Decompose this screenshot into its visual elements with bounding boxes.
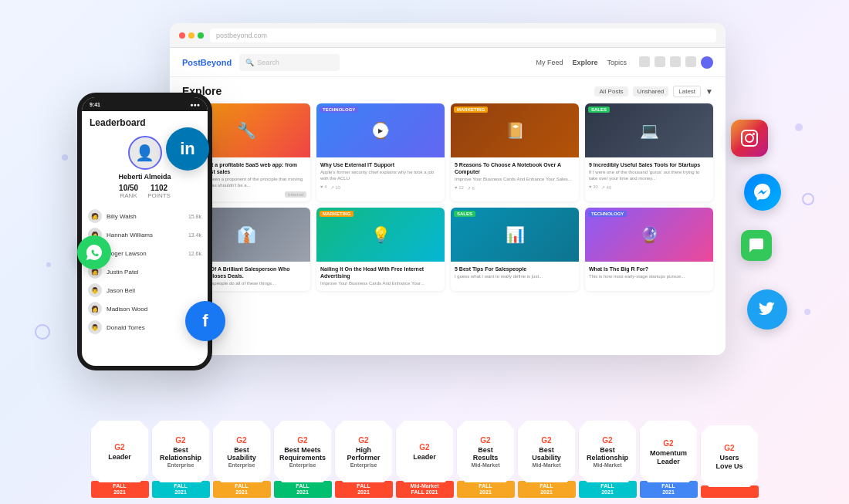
post-card-6[interactable]: 💡 MARKETING Nailing It On the Head With …	[316, 208, 445, 291]
nav-topics[interactable]: Topics	[607, 59, 627, 66]
badge-g2-3: G2	[236, 436, 246, 445]
lb-score-1: 15.8k	[188, 214, 201, 219]
filter-unshared[interactable]: Unshared	[633, 86, 669, 96]
ring-decor-2	[802, 193, 814, 205]
explore-filters: All Posts Unshared Latest ▼	[594, 86, 713, 97]
badge-bar-4: FALL2021	[274, 481, 332, 498]
badge-sub-4: Enterprise	[289, 462, 316, 468]
decor-dot-4	[804, 309, 810, 315]
linkedin-icon[interactable]: in	[166, 127, 209, 171]
badge-bar-5: FALL2021	[335, 481, 393, 498]
svg-point-1	[746, 134, 753, 142]
badge-bottom-7: FALL2021	[479, 483, 492, 496]
badge-shape-2: G2 BestRelationship Enterprise	[152, 421, 210, 482]
decor-dot-3	[795, 123, 803, 131]
lb-name-1: Billy Walsh	[107, 213, 184, 220]
app-logo: PostBeyond	[182, 58, 232, 67]
nav-explore[interactable]: Explore	[572, 59, 597, 66]
post-card-2[interactable]: ⌚ TECHNOLOGY ▶ Why Use External IT Suppo…	[316, 103, 445, 201]
badge-g2-2: G2	[175, 436, 185, 445]
post-card-3[interactable]: 📔 MARKETING 5 Reasons To Choose A Notebo…	[451, 103, 579, 201]
badge-sub-7: Mid-Market	[472, 462, 500, 468]
nav-icon-1	[639, 56, 650, 67]
phone-status: ●●●	[190, 102, 200, 107]
app-header: PostBeyond 🔍 Search My Feed Explore Topi…	[170, 48, 726, 77]
filter-all-posts[interactable]: All Posts	[594, 86, 627, 96]
post-card-4[interactable]: 💻 SALES 9 Incredibly Useful Sales Tools …	[585, 103, 713, 201]
user-avatar: 👤	[128, 136, 162, 170]
post-title-8: What Is The Big R For?	[589, 266, 709, 272]
lb-score-3: 12.6k	[188, 251, 201, 256]
badge-high-performer: G2 HighPerformer Enterprise FALL2021	[335, 421, 393, 498]
badge-shape-8: G2 BestUsability Mid-Market	[518, 421, 576, 482]
posts-grid: 🔧 SALES How I built a profitable SaaS we…	[182, 103, 713, 291]
badge-sub-2: Enterprise	[167, 462, 194, 468]
post-card-8[interactable]: 🔮 TECHNOLOGY What Is The Big R For? This…	[585, 208, 713, 291]
post-desc-3: Improve Your Business Cards And Enhance …	[455, 177, 575, 183]
messages-icon[interactable]	[741, 230, 772, 261]
whatsapp-icon[interactable]	[77, 235, 111, 269]
instagram-icon[interactable]	[731, 120, 768, 157]
badge-main-1: Leader	[108, 453, 131, 462]
badge-bar-6: Mid-MarketFALL 2021	[396, 481, 454, 498]
badges-section: G2 Leader FALL2021 G2 BestRelationship E…	[0, 421, 849, 504]
badge-main-5: HighPerformer	[347, 446, 380, 463]
badge-leader-midmarket: G2 Leader Mid-MarketFALL 2021	[396, 421, 454, 498]
badge-g2-6: G2	[419, 443, 429, 452]
post-desc-6: Improve Your Business Cards And Enhance …	[320, 281, 441, 287]
browser-mockup: postbeyond.com PostBeyond 🔍 Search My Fe…	[170, 23, 726, 355]
filter-latest[interactable]: Latest	[673, 86, 701, 97]
nav-icon-2	[655, 56, 665, 67]
badge-bar-1: FALL2021	[91, 481, 149, 498]
post-title-7: 5 Best Tips For Salespeople	[455, 266, 575, 272]
search-icon: 🔍	[245, 59, 254, 66]
svg-rect-0	[742, 130, 757, 146]
linkedin-label: in	[180, 139, 195, 159]
lb-item-1: 🧑 Billy Walsh 15.8k	[88, 207, 201, 225]
badge-bar-3: FALL2021	[213, 481, 271, 498]
post-card-7[interactable]: 📊 SALES 5 Best Tips For Salespeople I gu…	[451, 208, 579, 291]
user-rank-value: 10/50	[119, 184, 138, 192]
badge-shape-7: G2 BestResults Mid-Market	[457, 421, 515, 482]
dot-yellow	[188, 32, 194, 39]
filter-dropdown-icon[interactable]: ▼	[705, 87, 713, 96]
post-likes-2: ♥ 4	[320, 184, 327, 189]
badge-sub-8: Mid-Market	[533, 462, 561, 468]
messenger-icon[interactable]	[744, 174, 781, 211]
badge-g2-7: G2	[480, 436, 490, 445]
badge-shape-6: G2 Leader	[396, 421, 454, 482]
play-button-2[interactable]: ▶	[373, 123, 388, 138]
badge-bottom-6: Mid-MarketFALL 2021	[411, 483, 439, 496]
post-shares-2: ↗ 10	[330, 184, 340, 190]
badge-best-results: G2 BestResults Mid-Market FALL2021	[457, 421, 515, 498]
badge-shape-9: G2 BestRelationship Mid-Market	[579, 421, 637, 482]
nav-avatar[interactable]	[701, 56, 713, 69]
ring-decor-1	[35, 324, 50, 340]
twitter-icon[interactable]	[747, 289, 787, 330]
app-nav: My Feed Explore Topics	[536, 56, 713, 69]
facebook-icon[interactable]: f	[185, 301, 225, 341]
badge-best-relationship-enterprise: G2 BestRelationship Enterprise FALL2021	[152, 421, 210, 498]
user-points-label: POINTS	[147, 192, 171, 199]
badge-shape-5: G2 HighPerformer Enterprise	[335, 421, 393, 482]
badge-momentum-leader: G2 MomentumLeader FALL2021	[640, 421, 698, 498]
badge-g2-1: G2	[114, 443, 124, 452]
badge-main-8: BestUsability	[532, 446, 561, 463]
badge-bottom-9: FALL2021	[600, 483, 614, 496]
badge-bottom-10: FALL2021	[661, 483, 675, 496]
post-desc-7: I guess what I want to really define is …	[455, 274, 575, 280]
facebook-label: f	[202, 311, 208, 331]
badge-sub-3: Enterprise	[228, 462, 255, 468]
badge-bottom-8: FALL2021	[540, 483, 553, 496]
nav-myfeed[interactable]: My Feed	[536, 59, 563, 66]
post-shares-4: ↗ 46	[601, 184, 611, 190]
phone-notch: 9:41 ●●●	[82, 97, 208, 111]
search-bar[interactable]: 🔍 Search	[239, 54, 340, 71]
badge-bar-2: FALL2021	[152, 481, 210, 498]
nav-icon-3	[670, 56, 681, 67]
badge-main-6: Leader	[413, 453, 436, 462]
lb-item-7: 👨 Donald Torres	[88, 318, 201, 337]
badge-sub-5: Enterprise	[350, 462, 377, 468]
badge-shape-4: G2 Best MeetsRequirements Enterprise	[274, 421, 332, 482]
post-shares-3: ↗ 6	[467, 185, 475, 191]
